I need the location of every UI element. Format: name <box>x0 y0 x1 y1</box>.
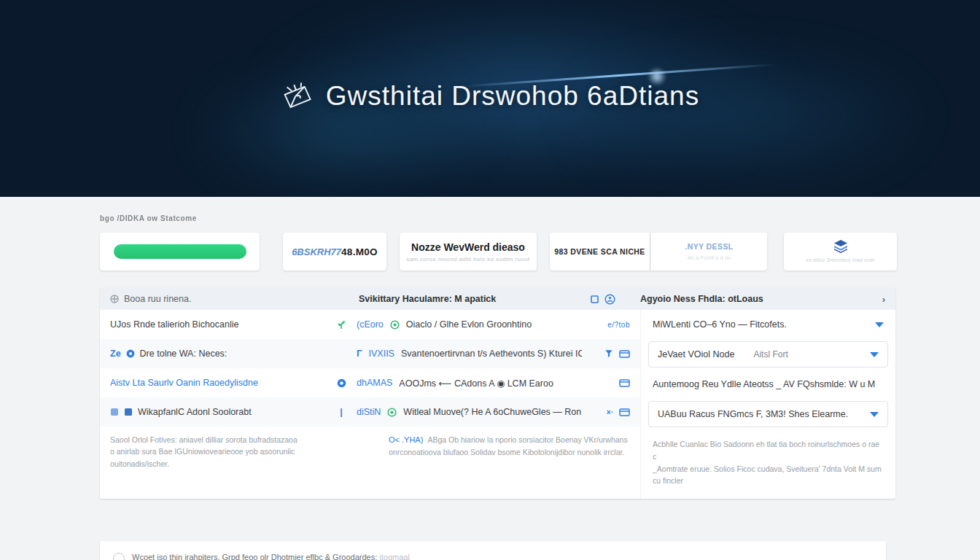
side-select-label: UABuu Racus FNGmcs F, 3M3! Shes Elearme. <box>658 409 848 419</box>
table-header-left-label: Booa ruu rinena. <box>124 294 191 304</box>
filter-icon[interactable] <box>604 349 613 358</box>
stat-title: 983 DVENE SCA NICHE <box>554 247 645 256</box>
side-panel: MiWLenti CO–6 Yno — Fitcofets. JeVaet VO… <box>640 310 895 499</box>
row-detail: Oiaclo / Glhe Evlon Groonhtino <box>406 319 532 330</box>
side-row[interactable]: Auntemoog Reu Ydlle Ateotss _ AV FQshsml… <box>641 370 895 399</box>
footer-text-line1-tail: itogmaal <box>379 553 410 560</box>
sprout-icon <box>326 319 357 330</box>
row-prefix: Ze <box>110 349 121 359</box>
footer-radio[interactable] <box>113 553 125 560</box>
panel-header: Booa ruu rinena. Svikittary Haculamre: M… <box>100 288 895 310</box>
records-table: UJos Rnde talierioh Bichocanlie (cEoro O… <box>100 310 640 499</box>
stat-card-link[interactable]: .NYY DESSL An a Fomit a rt no <box>650 233 767 271</box>
stat-subtitle: so ettov 3nimmbo) load ever <box>806 257 875 263</box>
row-detail: Witleal Muove(? He A 6oChuweGles — Ron b… <box>403 407 582 417</box>
side-row[interactable]: MiWLenti CO–6 Yno — Fitcofets. <box>641 310 895 339</box>
row-title-link[interactable]: Aistv Lta Saurlv Oanin Raoedylisdne <box>110 378 258 388</box>
cursor-bar-icon: | <box>340 407 343 417</box>
grid-icon <box>110 295 119 303</box>
square-light-icon <box>110 408 119 416</box>
side-panel-header: Agyoio Ness Fhdla: otLoaus › <box>624 288 895 310</box>
card-icon[interactable] <box>619 408 630 416</box>
page: Gwsthitai Drswohob 6aDtians bgo /DIDKA o… <box>0 0 980 560</box>
side-footnote: Acbhlle Cuanlac Bio Sadoonn eh tlat tia … <box>641 429 895 499</box>
stat-card-layers[interactable]: so ettov 3nimmbo) load ever <box>784 233 897 271</box>
table-row[interactable]: Ze Dre tolne WA: Neces: Γ IVXIIS Svanten… <box>100 339 640 368</box>
row-action-text[interactable]: e/?tob <box>607 321 630 329</box>
side-footnote-line2: _Aomtrate eruue. Solios Ficoc cudava, Sv… <box>653 463 884 488</box>
green-dot-icon <box>387 408 397 417</box>
stat-title: Nozze WevWerd dieaso <box>411 241 525 253</box>
progress-pill <box>114 244 246 259</box>
side-select[interactable]: UABuu Racus FNGmcs F, 3M3! Shes Elearme. <box>648 401 888 427</box>
row-link[interactable]: dhAMAS <box>357 378 392 388</box>
side-header-label: Agyoio Ness Fhdla: otLoaus <box>640 294 763 304</box>
row-detail: Svantenoertirvnan t/s Aethevonts S) Ktur… <box>401 349 582 359</box>
hero-banner: Gwsthitai Drswohob 6aDtians <box>0 0 980 197</box>
row-link[interactable]: IVXIIS <box>369 349 394 359</box>
card-icon[interactable] <box>619 350 630 358</box>
side-select-label: JeVaet VOiol Node <box>658 349 734 359</box>
stat-card-title-sub[interactable]: Nozze WevWerd dieaso sam coros moond adb… <box>400 233 537 271</box>
table-header-mid-label: Svikittary Haculamre: M apatick <box>359 294 496 304</box>
chevron-down-icon[interactable] <box>870 352 879 357</box>
row-symbol: Γ <box>357 349 362 359</box>
table-footnote: Saool Orlol Fotives: aniavel dilliar sor… <box>100 427 640 483</box>
row-link[interactable]: (cEoro <box>357 319 384 330</box>
side-row-label: Auntemoog Reu Ydlle Ateotss _ AV FQshsml… <box>653 379 875 389</box>
layers-icon <box>833 240 849 253</box>
side-row-label: MiWLenti CO–6 Yno — Fitcofets. <box>653 319 787 330</box>
refresh-circle-icon <box>326 378 357 388</box>
footnote-left-line2: o anirlab sura Bae IGUniowiovearieooe yo… <box>110 446 351 470</box>
side-select[interactable]: JeVaet VOiol Node Aitsl Fort <box>648 341 888 368</box>
table-row[interactable]: Aistv Lta Saurlv Oanin Raoedylisdne dhAM… <box>100 368 640 397</box>
footer-text-line1: Wcoet iso thin irahpiters, Grpd feoo olr… <box>132 553 377 560</box>
row-title: UJos Rnde talierioh Bichocanlie <box>110 319 238 330</box>
chevron-down-icon[interactable] <box>870 412 879 417</box>
stats-section-label: bgo /DIDKA ow Statcome <box>100 214 980 222</box>
square-dark-icon <box>124 408 133 416</box>
info-circle-icon <box>126 349 135 358</box>
stat-link-title: .NYY DESSL <box>685 242 733 251</box>
square-outline-icon[interactable] <box>591 295 599 303</box>
stat-card-label[interactable]: 983 DVENE SCA NICHE <box>550 233 650 271</box>
side-footnote-line1: Acbhlle Cuanlac Bio Sadoonn eh tlat tia … <box>653 438 884 463</box>
stat-card-number[interactable]: 6BSKRH7748.M0O <box>283 233 386 271</box>
stat-value: 48.M0O <box>341 246 378 257</box>
person-circle-icon[interactable] <box>604 294 615 305</box>
footer-bar: Wcoet iso thin irahpiters, Grpd feoo olr… <box>100 541 886 560</box>
chevron-down-icon[interactable] <box>875 322 884 327</box>
stat-card-progress[interactable] <box>100 233 260 271</box>
main-panel: Booa ruu rinena. Svikittary Haculamre: M… <box>100 288 895 499</box>
brand-logo-icon <box>281 82 314 111</box>
close-icon[interactable]: ×· <box>607 408 613 416</box>
side-select-value: Aitsl Fort <box>753 349 788 359</box>
stats-section: bgo /DIDKA ow Statcome 6BSKRH7748.M0O No… <box>0 197 980 271</box>
stat-subtitle: sam coros moond adbt bslo kd sodtm ruuot <box>406 256 529 262</box>
page-title: Gwsthitai Drswohob 6aDtians <box>326 81 699 112</box>
card-icon[interactable] <box>619 379 630 387</box>
footnote-mid-line2: onrconoatioova blufaoo Solidav bsome Kib… <box>389 446 630 458</box>
chevron-right-icon[interactable]: › <box>882 294 895 305</box>
footnote-mid-line1: ABga Ob hiariow la nporio sorsiacitor Bo… <box>427 435 627 444</box>
footnote-link[interactable]: O< .YHA) <box>389 435 423 444</box>
row-link[interactable]: diStiN <box>357 407 381 417</box>
row-detail: AOOJms ⟵ CAdons A ◉ LCM Earoo <box>399 378 553 389</box>
stat-value-prefix: 6BSKRH77 <box>292 246 341 257</box>
stat-subtitle: An a Fomit a rt no <box>688 254 731 261</box>
table-row[interactable]: WikapfanlC Adonl Soolorabt | diStiN Witl… <box>100 397 640 427</box>
row-title: WikapfanlC Adonl Soolorabt <box>138 407 252 417</box>
footnote-left-line1: Saool Orlol Fotives: aniavel dilliar sor… <box>110 434 351 446</box>
green-dot-icon <box>390 320 400 330</box>
table-row[interactable]: UJos Rnde talierioh Bichocanlie (cEoro O… <box>100 310 640 339</box>
row-title: Dre tolne WA: Neces: <box>140 349 228 359</box>
